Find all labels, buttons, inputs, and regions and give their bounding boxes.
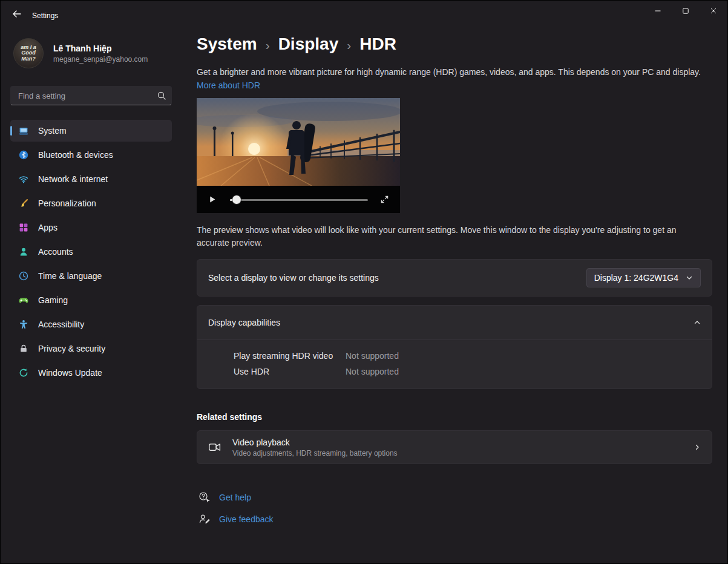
give-feedback-label: Give feedback xyxy=(219,514,274,524)
sidebar-item-privacy-security[interactable]: Privacy & security xyxy=(10,338,172,359)
user-account: am I a Good Man? Lê Thanh Hiệp megane_se… xyxy=(13,38,177,68)
apps-icon xyxy=(19,223,28,232)
video-playback-text: Video playback Video adjustments, HDR st… xyxy=(232,438,398,457)
sidebar-item-label: Personalization xyxy=(38,198,96,208)
breadcrumb-separator: › xyxy=(347,38,351,53)
video-playback-card[interactable]: Video playback Video adjustments, HDR st… xyxy=(197,430,712,464)
main-content: System › Display › HDR Get a brighter an… xyxy=(187,30,727,563)
fullscreen-icon xyxy=(380,195,389,204)
maximize-button[interactable] xyxy=(672,1,700,21)
sidebar-item-personalization[interactable]: Personalization xyxy=(10,192,172,214)
sidebar-item-network-internet[interactable]: Network & internet xyxy=(10,168,172,190)
help-icon xyxy=(198,491,211,504)
footer-links: Get help Give feedback xyxy=(197,491,711,525)
video-controls xyxy=(197,186,400,213)
capability-label: Play streaming HDR video xyxy=(234,351,346,361)
privacy-icon xyxy=(19,344,28,353)
arrow-left-icon xyxy=(12,9,22,19)
capability-value: Not supported xyxy=(346,367,399,376)
chevron-down-icon xyxy=(686,274,693,281)
chevron-up-icon xyxy=(694,319,701,326)
sidebar-item-accounts[interactable]: Accounts xyxy=(10,241,172,263)
selected-indicator xyxy=(10,126,12,136)
back-button[interactable] xyxy=(5,4,28,24)
gaming-icon xyxy=(19,295,28,305)
avatar: am I a Good Man? xyxy=(13,38,44,68)
capability-row: Play streaming HDR video Not supported xyxy=(197,348,712,364)
search-icon xyxy=(157,91,166,100)
network-icon xyxy=(19,174,28,184)
get-help-label: Get help xyxy=(219,493,251,502)
slider-track[interactable] xyxy=(230,199,368,201)
avatar-text-line: Man? xyxy=(21,56,36,62)
display-select-card: Select a display to view or change its s… xyxy=(197,259,712,297)
sidebar-item-system[interactable]: System xyxy=(10,120,172,142)
video-seek-slider[interactable] xyxy=(230,195,368,204)
page-description: Get a brighter and more vibrant picture … xyxy=(197,66,711,78)
sidebar-item-label: Privacy & security xyxy=(38,344,105,353)
video-playback-subtitle: Video adjustments, HDR streaming, batter… xyxy=(232,449,398,457)
minimize-button[interactable] xyxy=(644,1,672,21)
minimize-icon xyxy=(654,7,661,15)
sidebar-item-label: Gaming xyxy=(38,295,68,305)
capability-label: Use HDR xyxy=(234,367,346,376)
close-button[interactable] xyxy=(700,1,727,21)
close-icon xyxy=(710,7,717,15)
sidebar-item-time-language[interactable]: Time & language xyxy=(10,265,172,287)
window-controls xyxy=(644,1,727,21)
display-capabilities-body: Play streaming HDR video Not supported U… xyxy=(197,339,712,389)
sidebar-item-label: Accessibility xyxy=(38,320,84,329)
user-info: Lê Thanh Hiệp megane_senpai@yahoo.com xyxy=(53,44,148,64)
breadcrumb: System › Display › HDR xyxy=(197,34,711,54)
sidebar-item-bluetooth-devices[interactable]: Bluetooth & devices xyxy=(10,144,172,166)
display-select-dropdown[interactable]: Display 1: 24G2W1G4 xyxy=(586,268,701,287)
video-camera-icon xyxy=(208,441,221,454)
bluetooth-icon xyxy=(19,150,28,160)
sidebar-item-label: Apps xyxy=(38,223,57,232)
give-feedback-link[interactable]: Give feedback xyxy=(198,513,711,525)
display-select-label: Select a display to view or change its s… xyxy=(208,273,379,283)
sidebar-item-label: Time & language xyxy=(38,271,102,281)
capability-value: Not supported xyxy=(346,351,399,361)
page-title: HDR xyxy=(359,34,396,54)
sidebar-item-label: Network & internet xyxy=(38,174,108,184)
video-player xyxy=(197,98,400,213)
personalization-icon xyxy=(19,198,28,208)
user-email: megane_senpai@yahoo.com xyxy=(53,55,148,64)
video-slider-thumb[interactable] xyxy=(232,195,241,204)
user-name: Lê Thanh Hiệp xyxy=(53,44,148,53)
display-capabilities-title: Display capabilities xyxy=(208,318,280,327)
settings-window: Settings am I a Good Man? Lê Thanh Hiệp … xyxy=(0,0,728,564)
sidebar-item-windows-update[interactable]: Windows Update xyxy=(10,362,172,384)
sidebar: am I a Good Man? Lê Thanh Hiệp megane_se… xyxy=(1,30,187,563)
breadcrumb-separator: › xyxy=(266,38,270,53)
breadcrumb-display[interactable]: Display xyxy=(278,34,339,54)
display-select-value: Display 1: 24G2W1G4 xyxy=(594,273,678,283)
sidebar-item-label: Accounts xyxy=(38,247,73,257)
search-input[interactable] xyxy=(10,86,172,105)
get-help-link[interactable]: Get help xyxy=(198,491,711,504)
related-settings-heading: Related settings xyxy=(197,412,711,422)
sidebar-item-accessibility[interactable]: Accessibility xyxy=(10,313,172,335)
video-playback-title: Video playback xyxy=(232,438,398,447)
capability-row: Use HDR Not supported xyxy=(197,364,712,379)
maximize-icon xyxy=(682,7,689,15)
accessibility-icon xyxy=(19,320,28,329)
video-preview[interactable] xyxy=(197,98,400,186)
sidebar-item-gaming[interactable]: Gaming xyxy=(10,289,172,311)
display-capabilities-header[interactable]: Display capabilities xyxy=(197,306,712,339)
more-about-hdr-link[interactable]: More about HDR xyxy=(197,80,260,90)
windows-update-icon xyxy=(19,368,28,378)
fullscreen-button[interactable] xyxy=(378,192,392,206)
play-button[interactable] xyxy=(205,192,219,206)
chevron-right-icon xyxy=(694,444,701,451)
play-icon xyxy=(208,195,217,204)
feedback-icon xyxy=(198,513,211,525)
sidebar-item-label: Bluetooth & devices xyxy=(38,150,113,160)
display-capabilities-card: Display capabilities Play streaming HDR … xyxy=(197,305,712,389)
sidebar-item-label: Windows Update xyxy=(38,368,102,378)
app-title: Settings xyxy=(32,11,58,20)
breadcrumb-system[interactable]: System xyxy=(197,34,257,54)
sidebar-nav: SystemBluetooth & devicesNetwork & inter… xyxy=(10,120,177,384)
sidebar-item-apps[interactable]: Apps xyxy=(10,217,172,238)
